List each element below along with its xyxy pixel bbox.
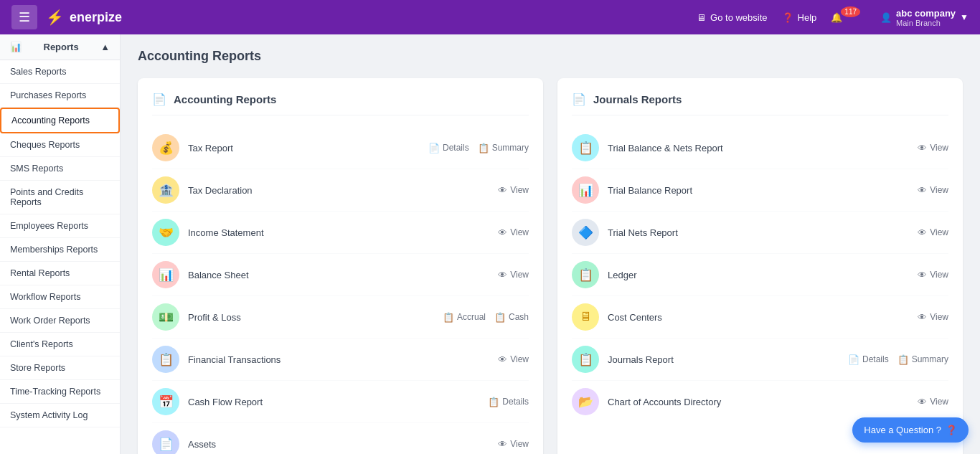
tax-report-icon: 💰 — [152, 134, 179, 161]
sidebar-item-store-reports[interactable]: Store Reports — [0, 356, 120, 380]
report-row-tax-declaration: 🏦 Tax Declaration 👁 View — [152, 169, 529, 212]
profit-loss-cash-btn[interactable]: 📋 Cash — [494, 312, 529, 323]
sidebar-item-sms-reports[interactable]: SMS Reports — [0, 157, 120, 181]
details-icon: 📄 — [848, 354, 859, 365]
logo-icon: ⚡ — [46, 9, 64, 26]
balance-sheet-view-btn[interactable]: 👁 View — [498, 270, 529, 280]
sidebar-section-icon: 📊 — [10, 42, 22, 52]
view-icon: 👁 — [498, 185, 507, 196]
report-row-cost-centers: 🖥 Cost Centers 👁 View — [572, 296, 948, 339]
sidebar-item-workflow-reports[interactable]: Workflow Reports — [0, 285, 120, 309]
navbar-left: ☰ ⚡ enerpize — [11, 5, 122, 29]
accounting-reports-card-header: 📄 Accounting Reports — [152, 93, 529, 115]
main-layout: 📊 Reports ▲ Sales Reports Purchases Repo… — [0, 34, 980, 454]
tax-declaration-name: Tax Declaration — [188, 185, 253, 196]
financial-transactions-view-btn[interactable]: 👁 View — [498, 354, 529, 365]
sidebar-item-system-activity-log[interactable]: System Activity Log — [0, 404, 120, 427]
trial-balance-nets-icon: 📋 — [572, 134, 599, 161]
navbar: ☰ ⚡ enerpize 🖥 Go to website ❓ Help 🔔 11… — [0, 0, 980, 34]
financial-transactions-name: Financial Transactions — [188, 354, 281, 365]
sidebar-item-sales-reports[interactable]: Sales Reports — [0, 60, 120, 84]
company-info: abc company Main Branch — [896, 8, 956, 27]
report-row-financial-transactions: 📋 Financial Transactions 👁 View — [152, 339, 529, 381]
logo: ⚡ enerpize — [46, 9, 122, 26]
journals-report-name: Journals Report — [608, 354, 674, 365]
cost-centers-icon: 🖥 — [572, 303, 599, 331]
income-statement-icon: 🤝 — [152, 219, 179, 246]
notifications-button[interactable]: 🔔 117 — [831, 12, 866, 23]
help-icon: ❓ — [782, 12, 793, 23]
chart-accounts-icon: 📂 — [572, 388, 599, 415]
view-icon: 👁 — [498, 270, 507, 280]
view-icon: 👁 — [918, 227, 927, 238]
notifications-badge: 117 — [841, 6, 860, 17]
sidebar-item-points-credits-reports[interactable]: Points and Credits Reports — [0, 181, 120, 214]
tax-declaration-view-btn[interactable]: 👁 View — [498, 185, 529, 196]
website-icon: 🖥 — [697, 12, 706, 23]
view-icon: 👁 — [498, 439, 507, 450]
trial-balance-name: Trial Balance Report — [608, 185, 692, 196]
report-row-profit-loss: 💵 Profit & Loss 📋 Accrual 📋 Cash — [152, 296, 529, 339]
have-question-button[interactable]: Have a Question ? ❓ — [852, 417, 969, 443]
sidebar-item-accounting-reports[interactable]: Accounting Reports — [0, 108, 120, 133]
report-row-income-statement: 🤝 Income Statement 👁 View — [152, 212, 529, 254]
tax-report-details-btn[interactable]: 📄 Details — [428, 143, 469, 153]
report-row-trial-nets: 🔷 Trial Nets Report 👁 View — [572, 212, 948, 254]
question-label: Have a Question ? — [864, 425, 941, 435]
journals-reports-card-header: 📄 Journals Reports — [572, 93, 948, 115]
view-icon: 👁 — [918, 185, 927, 196]
summary-icon: 📋 — [478, 143, 489, 153]
company-icon: 👤 — [880, 12, 892, 23]
profit-loss-name: Profit & Loss — [188, 312, 241, 323]
trial-balance-view-btn[interactable]: 👁 View — [918, 185, 948, 196]
summary-icon: 📋 — [897, 354, 909, 365]
ledger-name: Ledger — [608, 270, 636, 280]
go-to-website-label: Go to website — [710, 12, 768, 23]
accrual-icon: 📋 — [443, 312, 454, 323]
hamburger-button[interactable]: ☰ — [11, 5, 37, 29]
report-row-cash-flow: 📅 Cash Flow Report 📋 Details — [152, 381, 529, 423]
sidebar-item-purchases-reports[interactable]: Purchases Reports — [0, 84, 120, 108]
journals-report-summary-btn[interactable]: 📋 Summary — [897, 354, 948, 365]
report-row-trial-balance-nets: 📋 Trial Balance & Nets Report 👁 View — [572, 127, 948, 169]
report-row-balance-sheet: 📊 Balance Sheet 👁 View — [152, 254, 529, 296]
sidebar-item-rental-reports[interactable]: Rental Reports — [0, 262, 120, 285]
tax-report-summary-btn[interactable]: 📋 Summary — [478, 143, 529, 153]
view-icon: 👁 — [918, 270, 927, 280]
sidebar-item-work-order-reports[interactable]: Work Order Reports — [0, 309, 120, 333]
help-button[interactable]: ❓ Help — [782, 12, 817, 23]
go-to-website-button[interactable]: 🖥 Go to website — [697, 12, 768, 23]
income-statement-view-btn[interactable]: 👁 View — [498, 227, 529, 238]
sidebar-item-time-tracking-reports[interactable]: Time-Tracking Reports — [0, 380, 120, 404]
logo-text: enerpize — [70, 10, 122, 25]
cash-flow-details-btn[interactable]: 📋 Details — [488, 397, 529, 407]
cost-centers-view-btn[interactable]: 👁 View — [918, 312, 948, 323]
journals-report-details-btn[interactable]: 📄 Details — [848, 354, 889, 365]
income-statement-name: Income Statement — [188, 227, 264, 238]
trial-balance-nets-view-btn[interactable]: 👁 View — [918, 143, 948, 153]
financial-transactions-icon: 📋 — [152, 346, 179, 373]
company-branch: Main Branch — [896, 19, 956, 27]
sidebar-item-employees-reports[interactable]: Employees Reports — [0, 214, 120, 238]
sidebar-item-clients-reports[interactable]: Client's Reports — [0, 333, 120, 356]
help-label: Help — [798, 12, 817, 23]
tax-declaration-icon: 🏦 — [152, 176, 179, 204]
journals-report-icon: 📋 — [572, 346, 599, 373]
cost-centers-name: Cost Centers — [608, 312, 662, 323]
assets-view-btn[interactable]: 👁 View — [498, 439, 529, 450]
trial-nets-view-btn[interactable]: 👁 View — [918, 227, 948, 238]
sidebar-reports-header[interactable]: 📊 Reports ▲ — [0, 34, 120, 60]
details-icon: 📄 — [428, 143, 440, 153]
sidebar-item-cheques-reports[interactable]: Cheques Reports — [0, 133, 120, 157]
chart-accounts-name: Chart of Accounts Directory — [608, 397, 721, 407]
trial-nets-icon: 🔷 — [572, 219, 599, 246]
company-selector[interactable]: 👤 abc company Main Branch ▼ — [880, 8, 969, 27]
ledger-view-btn[interactable]: 👁 View — [918, 270, 948, 280]
chart-accounts-view-btn[interactable]: 👁 View — [918, 397, 948, 407]
report-row-tax-report: 💰 Tax Report 📄 Details 📋 Summary — [152, 127, 529, 169]
profit-loss-accrual-btn[interactable]: 📋 Accrual — [443, 312, 486, 323]
sidebar: 📊 Reports ▲ Sales Reports Purchases Repo… — [0, 34, 121, 454]
chevron-down-icon: ▼ — [960, 12, 969, 22]
sidebar-item-memberships-reports[interactable]: Memberships Reports — [0, 238, 120, 262]
report-row-trial-balance: 📊 Trial Balance Report 👁 View — [572, 169, 948, 212]
